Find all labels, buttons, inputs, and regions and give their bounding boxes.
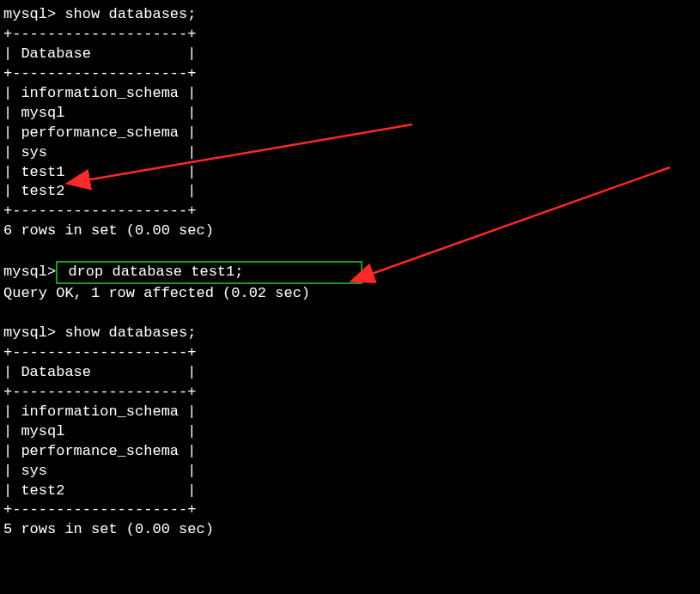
svg-line-3 (369, 167, 670, 275)
arrow-to-drop-icon (0, 0, 700, 545)
